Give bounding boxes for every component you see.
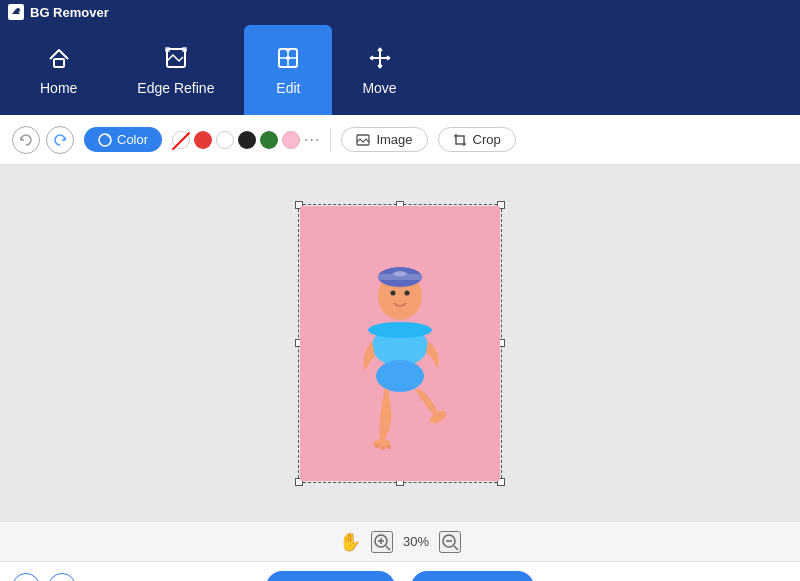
edge-refine-icon	[162, 44, 190, 72]
footer: New Image Download	[0, 561, 800, 581]
svg-point-14	[376, 360, 424, 392]
tab-move[interactable]: Move	[332, 25, 426, 115]
color-swatches: ···	[172, 131, 320, 149]
swatch-pink[interactable]	[282, 131, 300, 149]
svg-line-31	[454, 546, 458, 550]
swatch-transparent[interactable]	[172, 131, 190, 149]
image-icon	[356, 133, 370, 147]
footer-nav-group	[12, 573, 76, 582]
zoom-bar: ✋ 30%	[0, 521, 800, 561]
svg-point-9	[286, 56, 290, 60]
svg-rect-5	[182, 47, 187, 52]
zoom-out-button[interactable]	[439, 531, 461, 553]
image-background	[300, 206, 500, 481]
prev-button[interactable]	[12, 573, 40, 582]
image-button[interactable]: Image	[341, 127, 427, 152]
redo-icon	[53, 133, 67, 147]
download-button[interactable]: Download	[411, 571, 534, 582]
zoom-in-icon	[373, 533, 391, 551]
baby-figure	[320, 241, 480, 481]
zoom-in-button[interactable]	[371, 531, 393, 553]
crop-button[interactable]: Crop	[438, 127, 516, 152]
color-wheel-icon	[98, 133, 112, 147]
undo-icon	[19, 133, 33, 147]
home-icon	[45, 44, 73, 72]
app-title: BG Remover	[8, 4, 109, 20]
move-icon	[366, 44, 394, 72]
swatch-white[interactable]	[216, 131, 234, 149]
tab-home[interactable]: Home	[10, 25, 107, 115]
zoom-level: 30%	[403, 534, 429, 549]
more-swatches-button[interactable]: ···	[304, 131, 320, 149]
app-logo-icon	[8, 4, 24, 20]
color-button[interactable]: Color	[84, 127, 162, 152]
swatch-green[interactable]	[260, 131, 278, 149]
svg-point-13	[368, 322, 432, 338]
swatch-red[interactable]	[194, 131, 212, 149]
next-button[interactable]	[48, 573, 76, 582]
svg-point-18	[391, 290, 396, 295]
header: BG Remover Home Edge Refine	[0, 0, 800, 115]
swatch-black[interactable]	[238, 131, 256, 149]
toolbar-divider	[330, 128, 331, 152]
svg-point-1	[16, 8, 20, 12]
toolbar: Color ··· Image Crop	[0, 115, 800, 165]
svg-rect-4	[165, 47, 170, 52]
undo-redo-group	[12, 126, 74, 154]
svg-point-19	[405, 290, 410, 295]
canvas-area	[0, 165, 800, 521]
crop-icon	[453, 133, 467, 147]
new-image-button[interactable]: New Image	[266, 571, 395, 582]
svg-point-23	[381, 446, 385, 450]
edit-icon	[274, 44, 302, 72]
undo-button[interactable]	[12, 126, 40, 154]
drag-cursor-icon[interactable]: ✋	[339, 531, 361, 553]
svg-line-28	[386, 546, 390, 550]
svg-point-22	[375, 444, 379, 448]
tab-edit[interactable]: Edit	[244, 25, 332, 115]
redo-button[interactable]	[46, 126, 74, 154]
tab-edge-refine[interactable]: Edge Refine	[107, 25, 244, 115]
svg-rect-2	[54, 59, 64, 67]
image-frame[interactable]	[300, 206, 500, 481]
svg-point-24	[387, 445, 391, 449]
zoom-out-icon	[441, 533, 459, 551]
